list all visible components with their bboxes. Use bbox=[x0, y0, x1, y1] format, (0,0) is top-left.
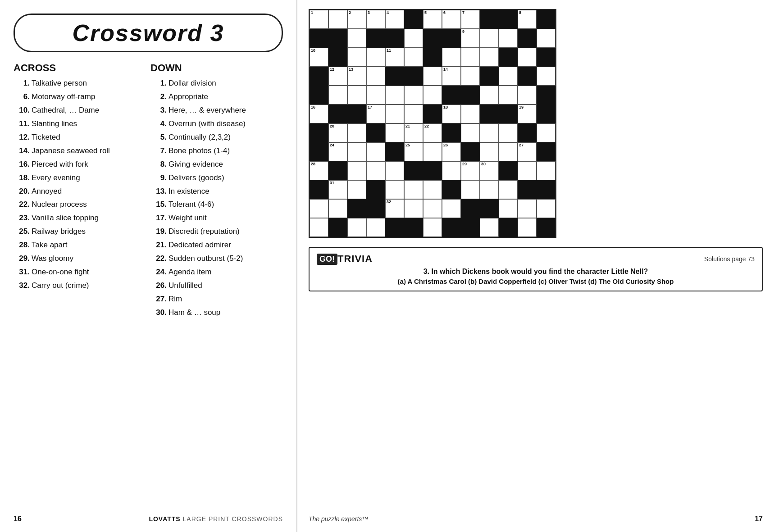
grid-cell[interactable] bbox=[385, 86, 404, 105]
grid-cell[interactable] bbox=[518, 29, 537, 48]
grid-cell[interactable]: 9 bbox=[461, 29, 480, 48]
grid-cell[interactable] bbox=[499, 180, 518, 199]
grid-cell[interactable] bbox=[480, 218, 499, 237]
grid-cell[interactable] bbox=[404, 218, 423, 237]
grid-cell[interactable] bbox=[328, 161, 347, 180]
grid-cell[interactable]: 32 bbox=[385, 199, 404, 218]
grid-cell[interactable] bbox=[480, 67, 499, 86]
grid-cell[interactable] bbox=[347, 105, 366, 123]
grid-cell[interactable] bbox=[537, 86, 555, 105]
grid-cell[interactable] bbox=[423, 199, 442, 218]
grid-cell[interactable] bbox=[404, 180, 423, 199]
grid-cell[interactable]: 29 bbox=[461, 161, 480, 180]
grid-cell[interactable] bbox=[442, 161, 461, 180]
grid-cell[interactable] bbox=[480, 142, 499, 161]
grid-cell[interactable]: 14 bbox=[442, 67, 461, 86]
grid-cell[interactable] bbox=[499, 123, 518, 142]
grid-cell[interactable] bbox=[328, 86, 347, 105]
grid-cell[interactable] bbox=[366, 218, 385, 237]
grid-cell[interactable] bbox=[423, 161, 442, 180]
grid-cell[interactable] bbox=[347, 86, 366, 105]
grid-cell[interactable] bbox=[518, 180, 537, 199]
grid-cell[interactable] bbox=[461, 199, 480, 218]
grid-cell[interactable]: 27 bbox=[518, 142, 537, 161]
grid-cell[interactable] bbox=[499, 48, 518, 67]
grid-cell[interactable]: 20 bbox=[328, 123, 347, 142]
grid-cell[interactable]: 28 bbox=[310, 161, 328, 180]
grid-cell[interactable]: 30 bbox=[480, 161, 499, 180]
grid-cell[interactable] bbox=[423, 67, 442, 86]
grid-cell[interactable] bbox=[480, 10, 499, 29]
grid-cell[interactable] bbox=[480, 180, 499, 199]
grid-cell[interactable]: 13 bbox=[347, 67, 366, 86]
grid-cell[interactable]: 2 bbox=[347, 10, 366, 29]
grid-cell[interactable] bbox=[404, 199, 423, 218]
grid-cell[interactable] bbox=[385, 161, 404, 180]
grid-cell[interactable] bbox=[499, 67, 518, 86]
grid-cell[interactable]: 1 bbox=[310, 10, 328, 29]
grid-cell[interactable] bbox=[385, 123, 404, 142]
grid-cell[interactable] bbox=[366, 29, 385, 48]
grid-cell[interactable] bbox=[385, 218, 404, 237]
grid-cell[interactable]: 8 bbox=[518, 10, 537, 29]
grid-cell[interactable] bbox=[404, 105, 423, 123]
grid-cell[interactable] bbox=[423, 48, 442, 67]
grid-cell[interactable] bbox=[310, 123, 328, 142]
grid-cell[interactable] bbox=[385, 67, 404, 86]
grid-cell[interactable] bbox=[385, 29, 404, 48]
grid-cell[interactable] bbox=[480, 123, 499, 142]
grid-cell[interactable] bbox=[499, 29, 518, 48]
grid-cell[interactable] bbox=[480, 86, 499, 105]
grid-cell[interactable] bbox=[347, 199, 366, 218]
grid-cell[interactable] bbox=[442, 180, 461, 199]
grid-cell[interactable] bbox=[366, 180, 385, 199]
grid-cell[interactable] bbox=[310, 180, 328, 199]
grid-cell[interactable] bbox=[518, 48, 537, 67]
grid-cell[interactable] bbox=[328, 105, 347, 123]
grid-cell[interactable] bbox=[461, 48, 480, 67]
grid-cell[interactable] bbox=[499, 218, 518, 237]
grid-cell[interactable] bbox=[537, 161, 555, 180]
grid-cell[interactable] bbox=[423, 180, 442, 199]
grid-cell[interactable] bbox=[480, 105, 499, 123]
grid-cell[interactable] bbox=[423, 105, 442, 123]
grid-cell[interactable] bbox=[310, 199, 328, 218]
grid-cell[interactable] bbox=[461, 142, 480, 161]
grid-cell[interactable] bbox=[404, 29, 423, 48]
grid-cell[interactable] bbox=[461, 86, 480, 105]
grid-cell[interactable]: 10 bbox=[310, 48, 328, 67]
grid-cell[interactable] bbox=[480, 48, 499, 67]
grid-cell[interactable] bbox=[385, 105, 404, 123]
grid-cell[interactable] bbox=[499, 142, 518, 161]
grid-cell[interactable] bbox=[366, 86, 385, 105]
grid-cell[interactable]: 24 bbox=[328, 142, 347, 161]
grid-cell[interactable] bbox=[518, 199, 537, 218]
grid-cell[interactable]: 22 bbox=[423, 123, 442, 142]
grid-cell[interactable] bbox=[518, 218, 537, 237]
grid-cell[interactable]: 19 bbox=[518, 105, 537, 123]
grid-cell[interactable] bbox=[442, 86, 461, 105]
grid-cell[interactable] bbox=[423, 86, 442, 105]
grid-cell[interactable] bbox=[499, 105, 518, 123]
grid-cell[interactable] bbox=[442, 29, 461, 48]
grid-cell[interactable] bbox=[347, 48, 366, 67]
grid-cell[interactable] bbox=[347, 161, 366, 180]
grid-cell[interactable] bbox=[461, 105, 480, 123]
grid-cell[interactable] bbox=[366, 199, 385, 218]
grid-cell[interactable] bbox=[537, 48, 555, 67]
grid-cell[interactable] bbox=[461, 123, 480, 142]
grid-cell[interactable] bbox=[461, 67, 480, 86]
grid-cell[interactable] bbox=[404, 48, 423, 67]
grid-cell[interactable] bbox=[366, 161, 385, 180]
grid-cell[interactable] bbox=[366, 142, 385, 161]
grid-cell[interactable]: 31 bbox=[328, 180, 347, 199]
grid-cell[interactable] bbox=[328, 218, 347, 237]
grid-cell[interactable] bbox=[518, 161, 537, 180]
grid-cell[interactable] bbox=[328, 48, 347, 67]
grid-cell[interactable]: 17 bbox=[366, 105, 385, 123]
grid-cell[interactable] bbox=[347, 29, 366, 48]
grid-cell[interactable]: 16 bbox=[310, 105, 328, 123]
grid-cell[interactable] bbox=[537, 105, 555, 123]
grid-cell[interactable]: 26 bbox=[442, 142, 461, 161]
grid-cell[interactable] bbox=[499, 10, 518, 29]
